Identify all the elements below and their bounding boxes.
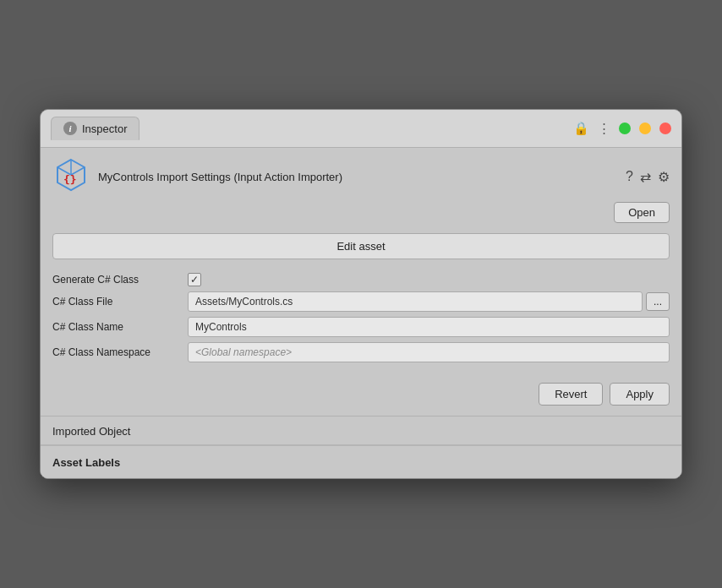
- class-name-row: C# Class Name: [52, 317, 670, 337]
- asset-labels-title: Asset Labels: [52, 456, 120, 469]
- action-buttons-row: Revert Apply: [41, 376, 681, 416]
- class-name-value: [188, 317, 670, 337]
- generate-class-row: Generate C# Class ✓: [52, 273, 670, 286]
- open-button[interactable]: Open: [614, 202, 670, 223]
- class-name-label: C# Class Name: [52, 321, 188, 333]
- close-button[interactable]: [659, 122, 671, 134]
- imported-object-section: Imported Object: [41, 416, 681, 444]
- asset-labels-section: Asset Labels: [41, 446, 681, 478]
- content-area: {} MyControls Import Settings (Input Act…: [41, 148, 681, 478]
- class-namespace-input[interactable]: [188, 342, 670, 362]
- checkmark-icon: ✓: [190, 275, 199, 285]
- generate-class-checkbox[interactable]: ✓: [188, 273, 201, 286]
- revert-button[interactable]: Revert: [539, 383, 603, 406]
- help-icon[interactable]: ?: [626, 169, 633, 184]
- info-icon: i: [63, 122, 77, 135]
- class-name-input[interactable]: [188, 317, 670, 337]
- titlebar: i Inspector 🔒 ⋮: [41, 110, 681, 148]
- header-icons: ? ⇄ ⚙: [626, 169, 670, 185]
- sliders-icon[interactable]: ⇄: [640, 169, 651, 185]
- asset-title: MyControls Import Settings (Input Action…: [98, 171, 617, 183]
- class-file-row: C# Class File ...: [52, 291, 670, 312]
- class-file-input-row: ...: [188, 291, 670, 312]
- class-file-input[interactable]: [188, 291, 643, 312]
- class-namespace-row: C# Class Namespace: [52, 342, 670, 362]
- generate-class-label: Generate C# Class: [52, 274, 188, 286]
- edit-asset-button[interactable]: Edit asset: [52, 233, 670, 259]
- lock-icon[interactable]: 🔒: [573, 121, 589, 136]
- browse-button[interactable]: ...: [646, 292, 670, 311]
- inspector-window: i Inspector 🔒 ⋮: [40, 109, 682, 479]
- class-file-label: C# Class File: [52, 296, 188, 308]
- apply-button[interactable]: Apply: [610, 383, 670, 406]
- inspector-tab[interactable]: i Inspector: [51, 117, 139, 140]
- tab-label: Inspector: [82, 122, 127, 135]
- edit-asset-row: Edit asset: [41, 230, 681, 268]
- minimize-button[interactable]: [639, 122, 651, 134]
- svg-text:{}: {}: [63, 173, 77, 186]
- class-namespace-label: C# Class Namespace: [52, 346, 188, 358]
- class-namespace-value: [188, 342, 670, 362]
- settings-icon[interactable]: ⚙: [658, 169, 670, 185]
- imported-object-label: Imported Object: [52, 425, 131, 438]
- asset-header: {} MyControls Import Settings (Input Act…: [41, 148, 681, 202]
- open-row: Open: [41, 202, 681, 230]
- asset-icon: {}: [52, 156, 90, 197]
- more-options-icon[interactable]: ⋮: [598, 121, 610, 136]
- titlebar-right: 🔒 ⋮: [573, 121, 671, 136]
- maximize-button[interactable]: [619, 122, 631, 134]
- generate-class-value: ✓: [188, 273, 670, 286]
- properties-section: Generate C# Class ✓ C# Class File ...: [41, 268, 681, 376]
- class-file-value: ...: [188, 291, 670, 312]
